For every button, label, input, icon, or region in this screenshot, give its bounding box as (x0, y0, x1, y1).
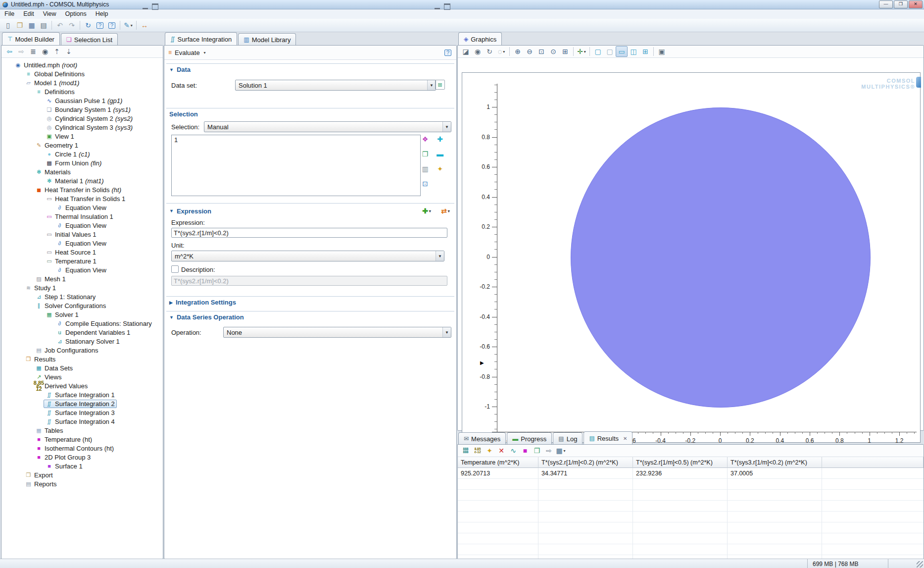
single-select-button[interactable]: ▭ (616, 46, 628, 57)
model-builder-tab[interactable]: ⊤Model Builder (2, 32, 60, 46)
zoom-extents-button[interactable]: ⊞ (559, 46, 571, 57)
tree-item-stationary-solver-1[interactable]: ⊿Stationary Solver 1 (1, 337, 163, 346)
chevron-down-icon[interactable]: ▼ (442, 122, 451, 132)
tree-item-form-union-fin[interactable]: ▩Form Union(fin) (1, 158, 163, 167)
chevron-down-icon[interactable]: ▾ (429, 209, 431, 213)
remove-selection-button[interactable]: ▬ (436, 150, 444, 158)
tree-item-results[interactable]: ❒Results (1, 355, 163, 363)
tree-item-equation-view[interactable]: ∂Equation View (1, 265, 163, 274)
data-series-header[interactable]: ▼ Data Series Operation (166, 311, 454, 322)
selection-section-header[interactable]: Selection (166, 108, 454, 119)
tree-item-temperature-1[interactable]: ▭Temperature 1 (1, 257, 163, 265)
column-header-2[interactable]: T*(sys2.r[1/m]<0.2) (m^2*K) (538, 457, 633, 468)
chevron-down-icon[interactable]: ▼ (442, 327, 451, 337)
expand-triangle-icon[interactable]: ▶ (169, 300, 173, 305)
collapse-triangle-icon[interactable]: ▼ (169, 315, 174, 320)
tree-item-global-definitions[interactable]: ≡Global Definitions (1, 69, 163, 78)
help-button[interactable]: ? (94, 20, 106, 31)
menu-edit[interactable]: Edit (19, 9, 39, 19)
tree-item-solver-configurations[interactable]: ∥Solver Configurations (1, 301, 163, 310)
back-button[interactable]: ⇦ (3, 46, 15, 57)
table-graph-button[interactable]: ∿ (507, 445, 519, 456)
boundary-select-button[interactable]: ◫ (628, 46, 639, 57)
zoom-selected-button[interactable]: ⊙ (547, 46, 559, 57)
selection-list-item[interactable]: 1 (174, 136, 418, 144)
tree-item-temperature-ht[interactable]: ■Temperature (ht) (1, 435, 163, 444)
tree-item-isothermal-contours-ht[interactable]: ■Isothermal Contours (ht) (1, 444, 163, 453)
open-button[interactable]: ❐ (14, 20, 26, 31)
tree-item-surface-integration-4[interactable]: ∬Surface Integration 4 (1, 417, 163, 426)
undo-button[interactable]: ↶ (54, 20, 66, 31)
select-domains-button[interactable]: ▢ (592, 46, 604, 57)
zoom-box-button[interactable]: ⊡ (535, 46, 547, 57)
tree-item-step-1-stationary[interactable]: ⊿Step 1: Stationary (1, 292, 163, 301)
chevron-down-icon[interactable]: ▾ (564, 449, 566, 453)
selection-listbox[interactable]: 1 (171, 135, 421, 196)
window-minimize-button[interactable]: — (879, 0, 893, 8)
tree-item-circle-1-c1[interactable]: ●Circle 1(c1) (1, 150, 163, 158)
export-table-button[interactable]: ⇨ (543, 445, 555, 456)
menu-options[interactable]: Options (61, 9, 91, 19)
tree-item-material-1-mat1[interactable]: ✻Material 1(mat1) (1, 176, 163, 185)
minimize-panel-icon[interactable] (435, 3, 440, 9)
add-selection-button[interactable]: ✚ (436, 135, 444, 144)
add-expression-button[interactable]: ✚▾ (421, 206, 433, 216)
column-header-3[interactable]: T*(sys2.r[1/m]<0.5) (m^2*K) (633, 457, 728, 468)
tree-item-dependent-variables-1[interactable]: uDependent Variables 1 (1, 328, 163, 337)
collapse-all-button[interactable]: ≣ (27, 46, 39, 57)
zoom-out-button[interactable]: ⊖ (524, 46, 535, 57)
replace-expression-button[interactable]: ⇄▾ (439, 206, 451, 216)
hide-selected-button[interactable]: ◌▾ (495, 46, 507, 57)
progress-tab[interactable]: ▬Progress (507, 432, 552, 445)
tree-item-equation-view[interactable]: ∂Equation View (1, 239, 163, 248)
table-surface-button[interactable]: ■ (519, 445, 531, 456)
collapse-triangle-icon[interactable]: ▼ (169, 208, 174, 213)
graphics-tab[interactable]: ◈Graphics (458, 32, 502, 46)
forward-button[interactable]: ⇨ (15, 46, 27, 57)
default-view-button[interactable]: ✛▾ (576, 46, 587, 57)
clear-table-button[interactable]: ✦ (484, 445, 495, 456)
tree-item-mesh-1[interactable]: ▨Mesh 1 (1, 274, 163, 283)
tree-item-cylindrical-system-2-sys2[interactable]: ◎Cylindrical System 2(sys2) (1, 114, 163, 123)
visibility-button[interactable]: ◉ (472, 46, 484, 57)
tree-item-surface-integration-2[interactable]: ∬Surface Integration 2 (1, 399, 163, 408)
tree-item-export[interactable]: ❒Export (1, 470, 163, 479)
update-solution-button[interactable]: ↻ (82, 20, 94, 31)
paste-selection-button[interactable]: ▥ (421, 164, 430, 173)
tree-item-model-1-mod1[interactable]: ▱Model 1(mod1) (1, 78, 163, 87)
selection-list-tab[interactable]: ❏Selection List (61, 33, 118, 46)
maximize-panel-icon[interactable] (152, 3, 158, 10)
chevron-down-icon[interactable]: ▾ (131, 23, 133, 28)
tree-item-job-configurations[interactable]: ▤Job Configurations (1, 346, 163, 355)
tree-item-surface-integration-1[interactable]: ∬Surface Integration 1 (1, 390, 163, 399)
measure-button[interactable]: ↔ (139, 20, 150, 31)
full-precision-button[interactable]: 888888 (460, 445, 472, 456)
menu-view[interactable]: View (39, 9, 61, 19)
results-tab[interactable]: ▤Results✕ (584, 431, 632, 445)
model-library-tab[interactable]: ▥Model Library (238, 33, 296, 46)
tree-item-surface-1[interactable]: ■Surface 1 (1, 462, 163, 470)
tree-item-geometry-1[interactable]: ✎Geometry 1 (1, 141, 163, 150)
zoom-in-button[interactable]: ⊕ (512, 46, 524, 57)
new-button[interactable]: ▯ (2, 20, 14, 31)
tree-item-tables[interactable]: ▦Tables (1, 426, 163, 435)
tree-item-equation-view[interactable]: ∂Equation View (1, 221, 163, 230)
tree-item-2d-plot-group-3[interactable]: ■2D Plot Group 3 (1, 453, 163, 462)
move-down-button[interactable]: ⇣ (63, 46, 75, 57)
menu-help[interactable]: Help (91, 9, 113, 19)
chevron-down-icon[interactable]: ▾ (584, 50, 586, 54)
dataset-combo[interactable]: Solution 1 ▼ (235, 80, 436, 91)
clear-selection-button[interactable]: ✦ (436, 164, 444, 173)
tree-item-view-1[interactable]: ▣View 1 (1, 132, 163, 141)
table-cell[interactable]: 232.9236 (633, 468, 728, 479)
evaluate-button[interactable]: Evaluate (175, 49, 200, 56)
surface-integration-tab[interactable]: ∬Surface Integration (165, 32, 237, 46)
operation-combo[interactable]: None ▼ (223, 327, 451, 338)
create-selection-button[interactable]: ❖ (421, 135, 430, 144)
point-select-button[interactable]: ⊞ (639, 46, 651, 57)
documentation-button[interactable]: ? (106, 20, 118, 31)
plot-surface-circle[interactable] (571, 107, 871, 408)
chevron-down-icon[interactable]: ▾ (448, 209, 450, 213)
close-tab-icon[interactable]: ✕ (623, 436, 627, 441)
selection-combo[interactable]: Manual ▼ (204, 121, 451, 132)
